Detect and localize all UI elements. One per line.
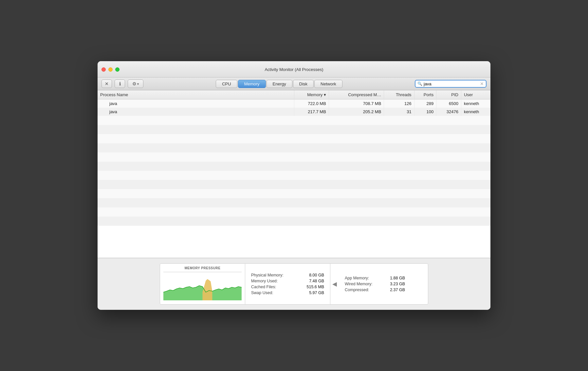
col-header-ports[interactable]: Ports [414, 90, 436, 99]
info-icon: ℹ [119, 81, 121, 86]
table-row-empty [98, 134, 490, 143]
chevron-down-icon: ▾ [137, 82, 139, 86]
arrow-icon: ◀ [332, 280, 337, 288]
table-body: java 722.0 MB 708.7 MB 126 289 6500 kenn… [98, 99, 490, 226]
memory-pressure-chart-area: MEMORY PRESSURE [160, 264, 245, 304]
cell-compressed-memory: 708.7 MB [329, 99, 384, 108]
col-header-memory[interactable]: Memory ▾ [294, 90, 329, 99]
breakdown-app-memory: App Memory: 1.88 GB [345, 276, 405, 280]
search-clear-button[interactable]: ✕ [480, 81, 484, 86]
memory-breakdown: App Memory: 1.88 GB Wired Memory: 3.23 G… [339, 264, 411, 304]
svg-marker-1 [203, 279, 212, 300]
stat-cached-files: Cached Files: 515.6 MB [251, 285, 324, 289]
gear-button[interactable]: ⚙ ▾ [128, 80, 143, 88]
info-button[interactable]: ℹ [115, 80, 125, 88]
memory-stats: Physical Memory: 8.00 GB Memory Used: 7.… [245, 264, 330, 304]
table-row-empty [98, 217, 490, 226]
table-row-empty [98, 116, 490, 125]
stat-memory-used-label: Memory Used: [251, 279, 278, 283]
cell-threads: 31 [384, 108, 414, 116]
cell-process-name: java [98, 108, 294, 116]
memory-pressure-chart [163, 274, 242, 300]
cell-pid: 6500 [436, 99, 461, 108]
table-row[interactable]: java 722.0 MB 708.7 MB 126 289 6500 kenn… [98, 99, 490, 108]
table-row-empty [98, 171, 490, 180]
close-button[interactable] [101, 67, 106, 72]
table-row-empty [98, 180, 490, 189]
tab-memory[interactable]: Memory [238, 80, 266, 88]
search-box: 🔍 ✕ [415, 80, 487, 88]
minimize-button[interactable] [108, 67, 113, 72]
cell-user: kenneth [461, 99, 490, 108]
stat-cached-files-label: Cached Files: [251, 285, 276, 289]
cell-threads: 126 [384, 99, 414, 108]
arrow-separator: ◀ [330, 264, 339, 304]
stat-memory-used: Memory Used: 7.48 GB [251, 279, 324, 283]
stat-physical-memory-label: Physical Memory: [251, 273, 284, 277]
stat-swap-used: Swap Used: 5.97 GB [251, 291, 324, 295]
table-row-empty [98, 152, 490, 162]
titlebar: Activity Monitor (All Processes) [98, 61, 490, 78]
tab-energy[interactable]: Energy [266, 80, 292, 88]
window-title: Activity Monitor (All Processes) [265, 67, 323, 72]
toolbar: ✕ ℹ ⚙ ▾ CPU Memory Energy Disk Network 🔍… [98, 78, 490, 90]
close-process-icon: ✕ [105, 81, 109, 86]
tab-cpu[interactable]: CPU [216, 80, 237, 88]
tab-disk[interactable]: Disk [293, 80, 314, 88]
stat-memory-used-value: 7.48 GB [298, 279, 324, 283]
breakdown-wired-memory-value: 3.23 GB [382, 282, 405, 286]
process-table: Process Name Memory ▾ Compressed M… Thre… [98, 90, 490, 226]
traffic-lights [101, 67, 119, 72]
search-icon: 🔍 [417, 81, 422, 86]
breakdown-app-memory-value: 1.88 GB [382, 276, 405, 280]
col-header-pid[interactable]: PID [436, 90, 461, 99]
table-row-empty [98, 207, 490, 217]
col-header-threads[interactable]: Threads [384, 90, 414, 99]
stat-swap-used-label: Swap Used: [251, 291, 273, 295]
cell-ports: 289 [414, 99, 436, 108]
memory-pressure-box: MEMORY PRESSURE Physical Memory: 8.00 GB [160, 263, 428, 305]
close-process-button[interactable]: ✕ [101, 80, 112, 88]
table-header-row: Process Name Memory ▾ Compressed M… Thre… [98, 90, 490, 99]
breakdown-wired-memory: Wired Memory: 3.23 GB [345, 282, 405, 286]
table-row-empty [98, 162, 490, 171]
gear-icon: ⚙ [132, 81, 137, 86]
col-header-compressed-memory[interactable]: Compressed M… [329, 90, 384, 99]
col-header-user[interactable]: User [461, 90, 490, 99]
memory-pressure-title: MEMORY PRESSURE [163, 266, 242, 270]
cell-memory: 217.7 MB [294, 108, 329, 116]
main-window: Activity Monitor (All Processes) ✕ ℹ ⚙ ▾… [98, 61, 490, 310]
cell-process-name: java [98, 99, 294, 108]
table-row[interactable]: java 217.7 MB 205.2 MB 31 100 32476 kenn… [98, 108, 490, 116]
cell-memory: 722.0 MB [294, 99, 329, 108]
col-header-process-name[interactable]: Process Name [98, 90, 294, 99]
bottom-panel: MEMORY PRESSURE Physical Memory: 8.00 GB [98, 258, 490, 310]
breakdown-compressed: Compressed: 2.37 GB [345, 288, 405, 292]
tabs-container: CPU Memory Energy Disk Network [146, 80, 412, 88]
table-row-empty [98, 198, 490, 207]
tab-network[interactable]: Network [314, 80, 342, 88]
breakdown-compressed-label: Compressed: [345, 288, 369, 292]
breakdown-compressed-value: 2.37 GB [382, 288, 405, 292]
cell-ports: 100 [414, 108, 436, 116]
stat-physical-memory-value: 8.00 GB [298, 273, 324, 277]
maximize-button[interactable] [115, 67, 119, 72]
stat-swap-used-value: 5.97 GB [298, 291, 324, 295]
breakdown-app-memory-label: App Memory: [345, 276, 369, 280]
table-row-empty [98, 143, 490, 152]
sort-indicator: ▾ [324, 92, 326, 97]
process-table-container: Process Name Memory ▾ Compressed M… Thre… [98, 90, 490, 258]
cell-compressed-memory: 205.2 MB [329, 108, 384, 116]
breakdown-wired-memory-label: Wired Memory: [345, 282, 373, 286]
table-row-empty [98, 189, 490, 198]
table-row-empty [98, 125, 490, 134]
search-input[interactable] [424, 81, 479, 86]
cell-user: kenneth [461, 108, 490, 116]
stat-cached-files-value: 515.6 MB [298, 285, 324, 289]
cell-pid: 32476 [436, 108, 461, 116]
stat-physical-memory: Physical Memory: 8.00 GB [251, 273, 324, 277]
